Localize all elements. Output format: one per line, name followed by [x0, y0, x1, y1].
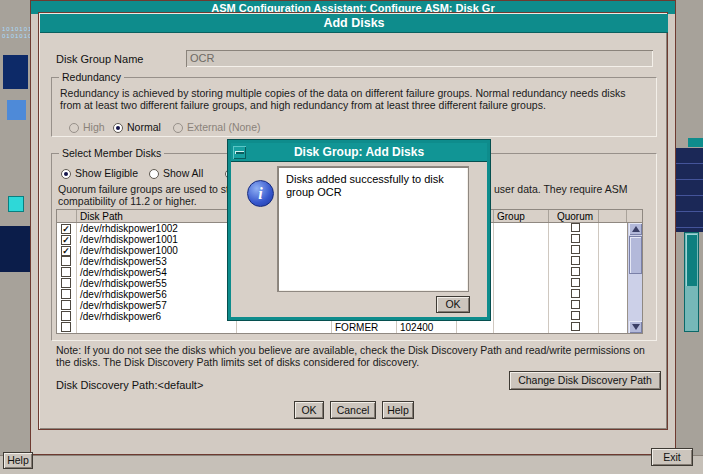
- table-vertical-scrollbar[interactable]: [627, 223, 642, 333]
- scroll-down-arrow-icon[interactable]: [629, 321, 642, 333]
- disk-select-checkbox[interactable]: [57, 256, 77, 267]
- disk-quorum-checkbox[interactable]: [549, 311, 599, 322]
- redundancy-legend: Redundancy: [59, 71, 124, 83]
- disk-select-checkbox[interactable]: [57, 267, 77, 278]
- radio-circle-icon: [69, 123, 79, 133]
- disk-group-cell: [494, 278, 549, 289]
- disk-path-cell: /dev/rhdiskpower1001: [77, 234, 237, 245]
- message-dialog-title-text: Disk Group: Add Disks: [294, 145, 424, 159]
- disk-status-cell: FORMER: [332, 322, 397, 333]
- disk-group-cell: [494, 322, 549, 333]
- window-menu-icon[interactable]: [233, 146, 246, 159]
- radio-show-all[interactable]: Show All: [149, 163, 203, 181]
- disk-cell: [599, 223, 627, 234]
- disk-quorum-checkbox[interactable]: [549, 256, 599, 267]
- disk-group-name-field[interactable]: OCR: [186, 50, 653, 67]
- disk-cell: [599, 256, 627, 267]
- disk-path-cell: /dev/rhdiskpower1002: [77, 223, 237, 234]
- member-disks-legend: Select Member Disks: [59, 147, 164, 159]
- wallpaper-block: [3, 55, 28, 89]
- header-quorum: Quorum: [549, 210, 599, 222]
- scroll-up-arrow-icon[interactable]: [629, 223, 642, 235]
- header-disk-path: Disk Path: [77, 210, 237, 222]
- disk-group-cell: [494, 267, 549, 278]
- disk-group-cell: [494, 245, 549, 256]
- wallpaper-binary-text: 1010101: [2, 26, 32, 33]
- disk-select-checkbox[interactable]: [57, 289, 77, 300]
- disk-group-cell: [494, 234, 549, 245]
- dialog-ok-button[interactable]: OK: [294, 401, 324, 419]
- message-ok-button[interactable]: OK: [436, 296, 470, 313]
- message-text-area: Disks added successfully to disk group O…: [277, 166, 469, 292]
- disk-quorum-checkbox[interactable]: [549, 322, 599, 333]
- disk-quorum-checkbox[interactable]: [549, 245, 599, 256]
- disk-cell: [457, 322, 494, 333]
- disk-group-name-label: Disk Group Name: [56, 53, 143, 65]
- disk-quorum-checkbox[interactable]: [549, 289, 599, 300]
- disk-quorum-checkbox[interactable]: [549, 278, 599, 289]
- message-dialog: Disk Group: Add Disks i Disks added succ…: [228, 140, 490, 320]
- change-disk-discovery-path-button[interactable]: Change Disk Discovery Path: [509, 371, 661, 390]
- radio-high[interactable]: High: [69, 117, 105, 135]
- background-window-fragment: [688, 138, 703, 147]
- disk-group-cell: [494, 223, 549, 234]
- radio-external[interactable]: External (None): [173, 117, 261, 135]
- disk-path-cell: /dev/rhdiskpower6: [77, 311, 237, 322]
- disk-select-checkbox[interactable]: [57, 278, 77, 289]
- desktop: 1010101 0101010 ASM Configuration Assist…: [0, 0, 703, 474]
- radio-show-eligible[interactable]: Show Eligible: [61, 163, 138, 181]
- radio-circle-icon: [61, 169, 71, 179]
- wallpaper-block: [7, 100, 26, 120]
- outer-window-bottom: [0, 455, 703, 474]
- quorum-note-line1-left: Quorum failure groups are used to st: [58, 183, 229, 195]
- disk-path-cell: /dev/rhdiskpower55: [77, 278, 237, 289]
- disk-select-checkbox[interactable]: [57, 322, 77, 333]
- disk-group-cell: [494, 256, 549, 267]
- disk-discovery-path-label: Disk Discovery Path:<default>: [56, 379, 203, 391]
- disk-cell: [599, 245, 627, 256]
- disk-cell: [599, 267, 627, 278]
- outer-help-button[interactable]: Help: [3, 452, 33, 469]
- add-disks-title-text: Add Disks: [323, 16, 384, 30]
- radio-circle-icon: [173, 123, 183, 133]
- scrollbar-thumb[interactable]: [629, 236, 642, 274]
- disk-table-row[interactable]: FORMER102400: [57, 322, 642, 333]
- disk-quorum-checkbox[interactable]: [549, 223, 599, 234]
- disk-select-checkbox[interactable]: ✓: [57, 245, 77, 256]
- background-scrollbar-thumb[interactable]: [686, 234, 697, 286]
- dialog-cancel-button[interactable]: Cancel: [330, 401, 376, 419]
- disk-cell: [599, 300, 627, 311]
- radio-circle-icon: [149, 169, 159, 179]
- disk-cell: [599, 311, 627, 322]
- add-disks-titlebar[interactable]: Add Disks: [40, 14, 668, 33]
- disk-path-cell: /dev/rhdiskpower1000: [77, 245, 237, 256]
- dialog-help-button[interactable]: Help: [382, 401, 414, 419]
- disk-size-cell: 102400: [397, 322, 457, 333]
- outer-exit-button[interactable]: Exit: [651, 448, 693, 466]
- radio-normal[interactable]: Normal: [113, 117, 161, 135]
- disk-path-cell: /dev/rhdiskpower53: [77, 256, 237, 267]
- disk-quorum-checkbox[interactable]: [549, 267, 599, 278]
- disk-quorum-checkbox[interactable]: [549, 234, 599, 245]
- disk-path-cell: /dev/rhdiskpower56: [77, 289, 237, 300]
- quorum-note-line2: compatibility of 11.2 or higher.: [58, 195, 197, 207]
- disk-quorum-checkbox[interactable]: [549, 300, 599, 311]
- info-icon: i: [247, 180, 274, 207]
- disk-select-checkbox[interactable]: [57, 300, 77, 311]
- message-dialog-titlebar[interactable]: Disk Group: Add Disks: [231, 143, 487, 162]
- wallpaper-block: [0, 226, 31, 272]
- header-group: Group: [494, 210, 549, 222]
- disk-cell: [599, 278, 627, 289]
- header-checkbox-col: [57, 210, 77, 222]
- discovery-note-text: Note: If you do not see the disks which …: [56, 345, 650, 368]
- redundancy-description: Redundancy is achieved by storing multip…: [60, 87, 644, 111]
- background-scrollbar[interactable]: [684, 232, 699, 332]
- disk-cell: [599, 234, 627, 245]
- disk-cell: [599, 289, 627, 300]
- disk-group-cell: [494, 289, 549, 300]
- disk-select-checkbox[interactable]: [57, 311, 77, 322]
- disk-select-checkbox[interactable]: ✓: [57, 223, 77, 234]
- disk-select-checkbox[interactable]: ✓: [57, 234, 77, 245]
- disk-path-cell: [77, 322, 237, 333]
- disk-path-cell: /dev/rhdiskpower54: [77, 267, 237, 278]
